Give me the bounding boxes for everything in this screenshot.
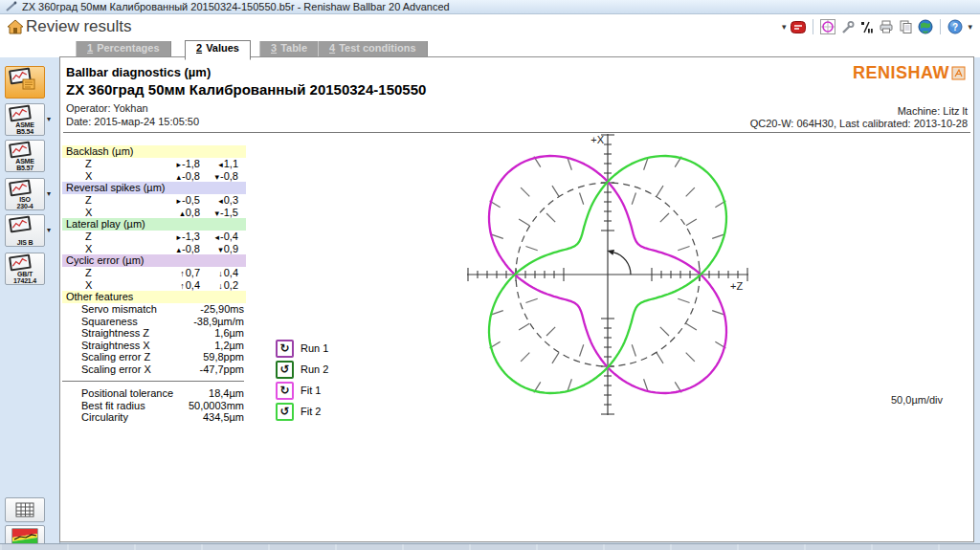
fit-1-cw-icon: ↻	[276, 382, 294, 400]
report-title: Ballbar diagnostics (µm)	[66, 65, 211, 79]
help-icon[interactable]: ?	[947, 19, 963, 34]
run-1-cw-icon: ↻	[276, 340, 294, 358]
toolbar: ▾	[782, 17, 972, 36]
toolbar-separator	[940, 19, 941, 34]
jis-b-dropdown-icon[interactable]: ▾	[47, 226, 51, 234]
report-screen-icon	[6, 215, 34, 234]
trace-plot-icon[interactable]	[820, 19, 835, 34]
report-screen-icon	[6, 104, 34, 123]
app-header: Review results ▾	[0, 14, 980, 39]
page-title: Review results	[26, 17, 132, 36]
summary-row: Positional tolerance18,4µm	[62, 387, 246, 400]
sidebar-item-gbt-17421-4[interactable]: GB/T17421.4	[5, 253, 45, 285]
svg-text:+Z: +Z	[730, 280, 743, 292]
table-divider	[62, 381, 244, 382]
plot-scale-label: 50,0µm/div	[826, 394, 943, 406]
ballbar-info: QC20-W: 064H30, Last calibrated: 2013-10…	[750, 118, 968, 129]
tab-bar: 1Percentages 2Values 3Table 4Test condit…	[0, 39, 980, 57]
feature-row: Scaling error X-47,7ppm	[62, 363, 246, 376]
legend-run-1: ↻ Run 1	[276, 341, 328, 356]
legend-fit-1: ↻ Fit 1	[276, 383, 328, 398]
tab-values[interactable]: 2Values	[185, 40, 251, 60]
sidebar-item-diagnostics[interactable]	[5, 66, 45, 99]
sidebar-item-asme-b5-54[interactable]: ASMEB5.54	[5, 103, 45, 136]
table-row: Z ▸-1,3 ◂-0,4	[62, 231, 246, 243]
fit-2-ccw-icon: ↺	[276, 403, 294, 421]
report-date: Date: 2015-мар-24 15:05:50	[66, 116, 199, 127]
feature-row: Straightness Z1,6µm	[62, 327, 246, 340]
table-row: Z ▸-0,5 ◂0,3	[62, 194, 246, 207]
help-dropdown-icon[interactable]: ▾	[968, 22, 972, 32]
asme-b5-54-dropdown-icon[interactable]: ▾	[47, 115, 51, 123]
table-row: Z ▸-1,8 ◂1,1	[62, 158, 246, 170]
summary-row: Circularity434,5µm	[62, 411, 246, 424]
report-screen-icon	[6, 253, 34, 273]
sidebar-item-asme-b5-57[interactable]: ASMEB5.57	[5, 140, 45, 172]
report-page: Ballbar diagnostics (µm) ZX 360град 50мм…	[59, 56, 974, 542]
window-titlebar[interactable]: ZX 360град 50мм Калиброванный 20150324-1…	[0, 0, 980, 14]
renishaw-logo: RENISHAW	[853, 63, 966, 83]
section-head-other: Other features	[62, 291, 246, 303]
feature-row: Straightness X1,2µm	[62, 340, 246, 352]
section-head-1: Reversal spikes (µm)	[62, 182, 246, 194]
sidebar-item-jis-b[interactable]: JIS B	[5, 214, 45, 247]
print-icon[interactable]	[879, 20, 894, 33]
summary-row: Best fit radius50,0003mm	[62, 400, 246, 412]
section-head-2: Lateral play (µm)	[62, 218, 246, 231]
diagnostics-icon	[6, 67, 38, 92]
setup-wrench-icon[interactable]	[840, 20, 855, 34]
machine-info: Machine: Litz lt	[898, 105, 968, 117]
report-operator: Operator: Yokhan	[66, 102, 148, 114]
sidebar-item-iso-230-4[interactable]: ISO230-4	[5, 178, 45, 210]
svg-text:+X: +X	[590, 134, 604, 145]
tab-percentages[interactable]: 1Percentages	[76, 41, 171, 57]
values-percent-toggle-icon[interactable]	[859, 20, 874, 34]
language-globe-icon[interactable]	[918, 19, 933, 34]
tab-table[interactable]: 3Table	[259, 41, 319, 57]
grid-icon	[15, 502, 34, 517]
table-row: X ▴0,8 ▾-1,5	[62, 207, 246, 219]
legend-fit-2: ↺ Fit 2	[276, 404, 328, 419]
table-row: X ↑0,4 ↓0,2	[62, 279, 246, 292]
diagnostics-table: Backlash (µm) Z ▸-1,8 ◂1,1 X ▴-0,8 ▾-0,8…	[62, 145, 246, 424]
renishaw-mark-icon	[951, 66, 966, 80]
toolbar-separator	[813, 19, 813, 34]
report-subtitle: ZX 360град 50мм Калиброванный 20150324-1…	[66, 81, 426, 98]
window-title: ZX 360град 50мм Калиброванный 20150324-1…	[22, 1, 450, 12]
section-head-3: Cyclic error (µm)	[62, 254, 246, 267]
report-screen-icon	[6, 179, 34, 198]
report-select-dropdown-icon[interactable]: ▾	[782, 22, 787, 32]
plot-legend: ↻ Run 1 ↺ Run 2 ↻ Fit 1 ↺ Fit 2	[276, 341, 328, 425]
feature-row: Servo mismatch-25,90ms	[62, 303, 246, 316]
table-row: X ▴-0,8 ▾0,9	[62, 243, 246, 255]
report-screen-icon	[6, 141, 34, 160]
feedback-icon[interactable]	[791, 21, 806, 33]
app-icon	[5, 1, 17, 12]
feature-row: Squareness-38,9µm/m	[62, 316, 246, 328]
section-head-0: Backlash (µm)	[62, 145, 246, 158]
os-taskbar[interactable]	[0, 543, 980, 550]
ballbar-polar-plot: +X+Z	[443, 115, 768, 430]
copy-icon[interactable]	[899, 20, 913, 33]
table-view-button[interactable]	[5, 497, 45, 522]
iso-230-4-dropdown-icon[interactable]: ▾	[47, 189, 51, 198]
table-row: X ▴-0,8 ▾-0,8	[62, 170, 246, 183]
table-row: Z ↑0,7 ↓0,4	[62, 267, 246, 279]
legend-run-2: ↺ Run 2	[276, 362, 328, 377]
sidebar: ASMEB5.54 ▾ ASMEB5.57 ISO230-4 ▾ JIS B ▾	[0, 57, 60, 543]
svg-text:?: ?	[952, 22, 958, 33]
tab-test-conditions[interactable]: 4Test conditions	[318, 41, 428, 57]
feature-row: Scaling error Z59,8ppm	[62, 351, 246, 363]
run-2-ccw-icon: ↺	[276, 361, 294, 379]
home-icon[interactable]	[7, 19, 24, 34]
